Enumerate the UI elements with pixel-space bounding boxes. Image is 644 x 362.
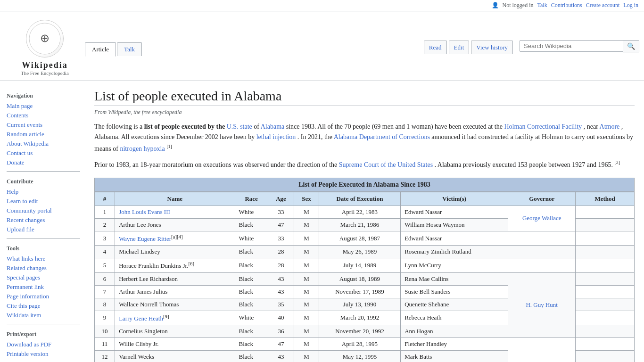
sidebar-item-current-events[interactable]: Current events [7, 120, 80, 130]
sidebar-item-upload-file[interactable]: Upload file [7, 225, 80, 234]
cell-method [576, 272, 635, 285]
cell-date: August 18, 1989 [319, 272, 400, 285]
cell-num: 12 [95, 350, 115, 362]
cell-date: May 26, 1989 [319, 246, 400, 258]
tools-section-title: Tools [7, 245, 80, 252]
talk-link[interactable]: Talk [537, 2, 547, 9]
contributions-link[interactable]: Contributions [551, 2, 582, 9]
cell-date: November 20, 1992 [319, 325, 400, 337]
cell-victims: Fletcher Handley [401, 337, 508, 350]
sidebar-item-recent-changes[interactable]: Recent changes [7, 215, 80, 225]
site-subtitle: The Free Encyclopedia [21, 70, 69, 76]
create-account-link[interactable]: Create account [586, 2, 620, 9]
cell-governor [508, 231, 576, 245]
intro-atmore-link[interactable]: Atmore [600, 123, 620, 130]
cell-method [576, 231, 635, 245]
cell-name: Horace Franklin Dunkins Jr.[6] [115, 258, 235, 272]
cell-method [576, 311, 635, 325]
cell-date: July 14, 1989 [319, 258, 400, 272]
sidebar-item-download-pdf[interactable]: Download as PDF [7, 340, 80, 349]
sidebar-item-special-pages[interactable]: Special pages [7, 273, 80, 282]
cell-victims: Lynn McCurry [401, 258, 508, 272]
cell-victims: William Hosea Waymon [401, 218, 508, 231]
intro-paragraph-1: The following is a list of people execut… [94, 122, 635, 154]
top-bar: 👤 Not logged in Talk Contributions Creat… [0, 0, 644, 11]
sidebar-item-related-changes[interactable]: Related changes [7, 263, 80, 273]
intro-ref2[interactable]: [2] [614, 160, 620, 165]
tab-talk[interactable]: Talk [117, 42, 142, 56]
sidebar-divider-2 [7, 238, 80, 239]
governor-link[interactable]: George Wallace [522, 214, 561, 222]
cell-race: Black [235, 272, 268, 285]
cell-method [576, 218, 635, 231]
sidebar-item-donate[interactable]: Donate [7, 158, 80, 167]
intro-holman-link[interactable]: Holman Correctional Facility [504, 123, 582, 130]
cell-race: Black [235, 218, 268, 231]
sidebar-item-printable-version[interactable]: Printable version [7, 349, 80, 359]
col-header-race: Race [235, 192, 268, 206]
cell-method [576, 246, 635, 258]
cell-sex: M [294, 311, 319, 325]
cell-num: 6 [95, 272, 115, 285]
search-input[interactable] [520, 40, 623, 52]
svg-text:⊕: ⊕ [40, 32, 50, 44]
cell-sex: M [294, 218, 319, 231]
sidebar-item-learn-to-edit[interactable]: Learn to edit [7, 197, 80, 206]
sidebar-item-random-article[interactable]: Random article [7, 130, 80, 139]
sidebar: Navigation Main page Contents Current ev… [0, 81, 85, 362]
intro-nitrogen-link[interactable]: nitrogen hypoxia [120, 145, 165, 152]
sidebar-item-what-links-here[interactable]: What links here [7, 254, 80, 263]
name-link[interactable]: Wayne Eugene Ritter [119, 235, 171, 242]
search-button[interactable]: 🔍 [623, 40, 639, 52]
sidebar-item-community-portal[interactable]: Community portal [7, 206, 80, 215]
cell-governor: George Wallace [508, 206, 576, 231]
cell-sex: M [294, 325, 319, 337]
sidebar-item-page-information[interactable]: Page information [7, 292, 80, 301]
cell-sex: M [294, 350, 319, 362]
cell-age: 28 [268, 258, 294, 272]
col-header-governor: Governor [508, 192, 576, 206]
sidebar-divider-1 [7, 171, 80, 172]
cell-num: 4 [95, 246, 115, 258]
tab-view-history[interactable]: View history [471, 41, 513, 54]
tab-article[interactable]: Article [85, 42, 116, 57]
cell-age: 43 [268, 272, 294, 285]
execution-table: List of People Executed in Alabama Since… [94, 178, 635, 362]
intro-adoc-link[interactable]: Alabama Department of Corrections [334, 133, 430, 140]
intro-us-state-link[interactable]: U.S. state [227, 123, 252, 130]
sidebar-item-cite-this-page[interactable]: Cite this page [7, 301, 80, 311]
intro-alabama-link[interactable]: Alabama [261, 123, 285, 130]
sidebar-item-contents[interactable]: Contents [7, 111, 80, 120]
cell-date: November 17, 1989 [319, 285, 400, 298]
sidebar-item-contact-us[interactable]: Contact us [7, 148, 80, 158]
tab-read[interactable]: Read [424, 41, 447, 54]
cell-num: 3 [95, 231, 115, 245]
cell-date: March 21, 1986 [319, 218, 400, 231]
col-header-method: Method [576, 192, 635, 206]
tab-edit[interactable]: Edit [449, 41, 470, 54]
cell-victims: Quenette Shehane [401, 298, 508, 311]
cell-sex: M [294, 298, 319, 311]
cell-victims: Mark Batts [401, 350, 508, 362]
sidebar-item-about-wikipedia[interactable]: About Wikipedia [7, 139, 80, 148]
intro-bold: list of people executed by the [144, 123, 227, 130]
sidebar-item-wikidata-item[interactable]: Wikidata item [7, 311, 80, 320]
name-link[interactable]: Larry Gene Heath [119, 315, 163, 322]
cell-age: 47 [268, 218, 294, 231]
sidebar-item-permanent-link[interactable]: Permanent link [7, 282, 80, 292]
intro-lethal-injection-link[interactable]: lethal injection [256, 133, 296, 140]
intro-ref1[interactable]: [1] [166, 144, 172, 149]
log-in-link[interactable]: Log in [623, 2, 638, 9]
print-export-section-title: Print/export [7, 331, 80, 338]
article-tabs: Article Talk [85, 42, 143, 56]
sidebar-item-main-page[interactable]: Main page [7, 101, 80, 111]
sidebar-item-help[interactable]: Help [7, 187, 80, 197]
cell-method [576, 285, 635, 298]
table-body: 1John Louis Evans IIIWhite33MApril 22, 1… [95, 206, 635, 362]
intro-supreme-court-link[interactable]: Supreme Court of the United States [339, 161, 433, 168]
cell-date: April 28, 1995 [319, 337, 400, 350]
governor-link[interactable]: H. Guy Hunt [526, 301, 558, 308]
table-row: 4Michael LindseyBlack28MMay 26, 1989Rose… [95, 246, 635, 258]
wikipedia-logo[interactable]: ⊕ [26, 20, 64, 58]
name-link[interactable]: John Louis Evans III [119, 208, 170, 215]
